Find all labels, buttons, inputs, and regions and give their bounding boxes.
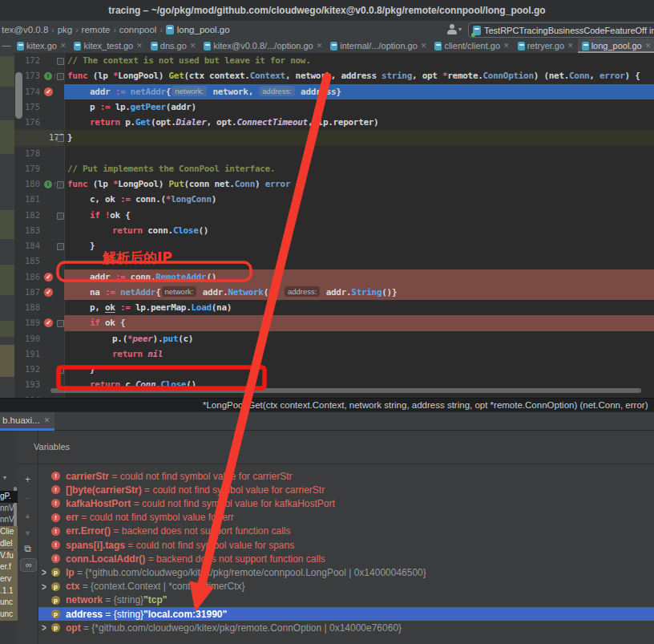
show-watches-button[interactable]: ∞ xyxy=(20,558,37,572)
code-line xyxy=(64,146,654,161)
editor-tab-kitex-v0.0.8-...-option.go[interactable]: kitex@v0.0.8/.../option.go✕ xyxy=(200,38,326,53)
variable-row-conn-LocalAddr-[interactable]: !conn.LocalAddr() = backend does not sup… xyxy=(38,552,654,565)
fold-marker[interactable] xyxy=(57,181,64,188)
tab-label: internal/.../option.go xyxy=(340,41,418,51)
fold-marker[interactable] xyxy=(57,135,64,142)
tab-close-icon[interactable]: ✕ xyxy=(503,42,510,50)
move-up-button[interactable]: ▲ xyxy=(18,508,38,523)
go-file-icon xyxy=(204,42,211,51)
fold-marker[interactable] xyxy=(57,243,64,250)
editor-tab-kitex.go[interactable]: kitex.go✕ xyxy=(13,38,70,53)
editor-tab-long_pool.go[interactable]: long_pool.go✕ xyxy=(578,38,654,53)
variable-row-opt[interactable]: >popt = {*github.com/cloudwego/kitex/pkg… xyxy=(38,621,654,634)
fold-marker[interactable] xyxy=(57,213,64,220)
line-number: 173 xyxy=(14,68,40,83)
error-icon: ! xyxy=(51,541,60,549)
go-file-icon xyxy=(151,42,158,51)
tab-close-icon[interactable]: ✕ xyxy=(60,42,67,50)
run-configuration-select[interactable]: TestRPCTracingBusinessCodeFeatureOff in … xyxy=(468,22,654,38)
tab-close-icon[interactable]: ✕ xyxy=(645,42,652,50)
editor-tab-kitex_test.go[interactable]: kitex_test.go✕ xyxy=(70,38,146,53)
window-title: tracing – ~/go/pkg/mod/github.com/cloudw… xyxy=(0,0,654,21)
breakpoint-icon[interactable]: ✓ xyxy=(44,315,53,330)
line-number: 180 xyxy=(14,176,40,192)
code-line: c, ok := conn.(*longConn) xyxy=(64,192,654,207)
implements-icon[interactable]: I↑ xyxy=(44,176,57,192)
user-menu[interactable]: ▾ xyxy=(447,23,462,34)
breadcrumb-file[interactable]: long_pool.go xyxy=(177,25,230,34)
hide-tabs-icon[interactable]: — xyxy=(0,38,13,53)
breadcrumb[interactable]: tex@v0.0.8›pkg›remote›connpool›long_pool… xyxy=(2,21,230,38)
stack-frame[interactable]: Clie xyxy=(0,526,18,538)
breadcrumb-item[interactable]: connpool xyxy=(119,25,157,34)
editor-tab-retryer.go[interactable]: retryer.go✕ xyxy=(514,38,578,53)
copy-button[interactable]: ⧉ xyxy=(18,541,38,556)
code-line: p := lp.getPeer(addr) xyxy=(64,99,654,115)
line-number: 193 xyxy=(14,377,40,392)
tab-close-icon[interactable]: ✕ xyxy=(190,42,196,50)
move-down-button[interactable]: ▼ xyxy=(18,526,38,541)
tab-close-icon[interactable]: ✕ xyxy=(421,42,427,50)
breadcrumb-separator: › xyxy=(159,26,162,34)
breadcrumb-item[interactable]: remote xyxy=(82,25,111,34)
variable-row-err-Error-[interactable]: !err.Error() = backend does not support … xyxy=(38,525,654,538)
variable-row-kafkaHostPort[interactable]: !kafkaHostPort = could not find symbol v… xyxy=(38,496,654,510)
stack-frame[interactable]: .1.1 xyxy=(0,585,18,597)
chevron-down-icon[interactable]: ▾ xyxy=(3,474,6,481)
add-watch-button[interactable]: + xyxy=(18,472,38,487)
variable-row-spans-i-tags[interactable]: !spans[i].tags = could not find symbol v… xyxy=(38,538,654,552)
remove-watch-button[interactable]: − xyxy=(18,491,38,505)
stack-frame[interactable]: unc xyxy=(0,597,18,609)
debug-session-tab[interactable]: b.huaxi... ✕ xyxy=(0,412,54,431)
expand-chevron-icon[interactable]: > xyxy=(42,581,46,592)
breakpoint-icon[interactable]: ✓ xyxy=(44,269,53,285)
variable-row-carrierStr[interactable]: !carrierStr = could not find symbol valu… xyxy=(38,469,654,483)
equals-sign: = xyxy=(103,609,114,620)
implements-icon[interactable]: I↑ xyxy=(44,68,57,83)
fold-marker[interactable] xyxy=(57,73,64,80)
breadcrumb-item[interactable]: tex@v0.0.8 xyxy=(2,25,48,34)
expand-chevron-icon[interactable]: > xyxy=(42,567,46,577)
breakpoint-icon[interactable]: ✓ xyxy=(44,84,53,99)
tab-close-icon[interactable]: ✕ xyxy=(317,42,323,50)
editor-tab-client-client.go[interactable]: client/client.go✕ xyxy=(430,38,513,53)
stack-frame[interactable]: nnV xyxy=(0,503,18,515)
stack-frames-strip[interactable]: ▾ gP.nnVnnVCliedlelV.fuer.ferv.1.1uncunc xyxy=(0,431,18,644)
stack-frame[interactable]: erv xyxy=(0,573,18,585)
variable-row-network[interactable]: pnetwork = {string} "tcp" xyxy=(38,593,654,607)
variable-type: {*github.com/cloudwego/kitex/pkg/remote.… xyxy=(91,622,402,634)
tab-label: kitex_test.go xyxy=(83,41,133,51)
variable-row-lp[interactable]: >plp = {*github.com/cloudwego/kitex/pkg/… xyxy=(38,565,654,579)
expand-chevron-icon[interactable]: > xyxy=(42,622,46,633)
variable-row-ctx[interactable]: >pctx = {context.Context | *context.time… xyxy=(38,580,654,593)
fold-marker[interactable] xyxy=(57,320,64,327)
breakpoint-icon[interactable]: ✓ xyxy=(44,285,53,300)
panel-title: Variables xyxy=(34,442,70,452)
horizontal-scrollbar-thumb[interactable] xyxy=(50,388,641,393)
stack-frame[interactable]: unc xyxy=(0,609,18,621)
stack-frame[interactable]: V.fu xyxy=(0,550,18,562)
debug-session-tab-label: b.huaxi... xyxy=(2,415,40,425)
editor-tab-dns.go[interactable]: dns.go✕ xyxy=(147,38,200,53)
tab-label: client/client.go xyxy=(444,41,500,51)
panel-edge-block xyxy=(0,56,14,87)
variable-row-address[interactable]: paddress = {string} "local.com:31990" xyxy=(38,607,654,621)
stack-frame[interactable]: gP. xyxy=(0,491,18,503)
tab-close-icon[interactable]: ✕ xyxy=(136,42,143,50)
variable-row--byte-carrierStr-[interactable]: ![]byte(carrierStr) = could not find sym… xyxy=(38,483,654,496)
close-icon[interactable]: ✕ xyxy=(44,416,50,424)
variable-row-err[interactable]: !err = could not find symbol value for e… xyxy=(38,511,654,525)
code-editor[interactable]: 172// The context is not used but leave … xyxy=(0,53,654,398)
stack-frame[interactable]: dlel xyxy=(0,538,18,550)
tab-close-icon[interactable]: ✕ xyxy=(567,42,574,50)
stack-frame[interactable]: nnV xyxy=(0,514,18,526)
editor-tab-internal-...-option.go[interactable]: internal/.../option.go✕ xyxy=(326,38,430,53)
breadcrumb-item[interactable]: pkg xyxy=(58,25,73,34)
breadcrumb-separator: › xyxy=(75,26,78,34)
fold-marker[interactable] xyxy=(57,58,64,65)
parameter-hint: address: xyxy=(285,286,320,297)
fold-marker[interactable] xyxy=(57,367,64,374)
stack-frame[interactable]: er.f xyxy=(0,561,18,573)
error-message: could not find symbol value for carrierS… xyxy=(120,471,293,482)
equals-sign: = xyxy=(79,581,91,592)
